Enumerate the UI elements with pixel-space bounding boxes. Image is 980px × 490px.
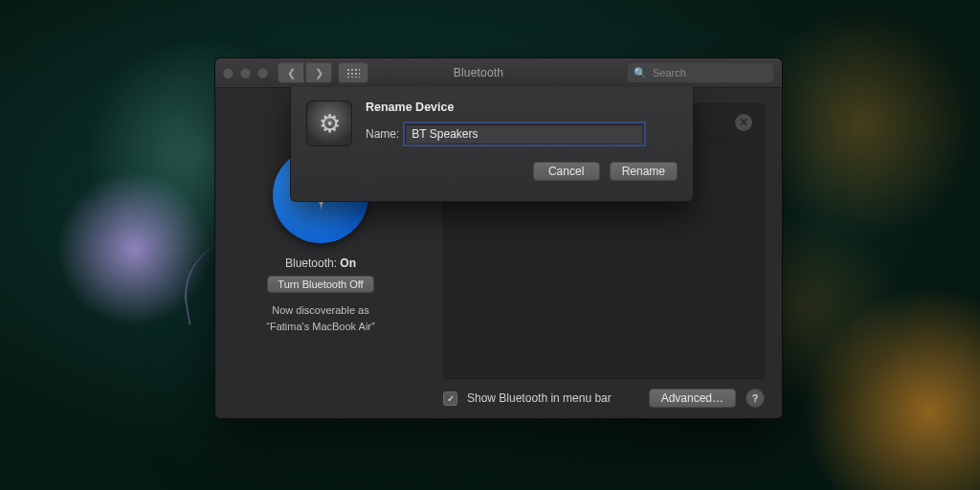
minimize-window-button[interactable]	[240, 68, 251, 78]
nav-buttons: ❮ ❯	[278, 62, 332, 83]
rename-button[interactable]: Rename	[610, 162, 678, 181]
sheet-title: Rename Device	[366, 100, 678, 114]
name-field-label: Name:	[366, 127, 399, 141]
rename-device-sheet: ⚙ Rename Device Name: Cancel Rename	[290, 87, 694, 202]
toggle-bluetooth-button[interactable]: Turn Bluetooth Off	[267, 276, 373, 293]
panel-footer: ✓ Show Bluetooth in menu bar Advanced… ?	[443, 389, 765, 408]
search-input[interactable]	[651, 66, 787, 79]
help-button[interactable]: ?	[746, 389, 765, 408]
discoverable-line2: “Fatima's MacBook Air”	[266, 319, 374, 335]
chevron-left-icon: ❮	[287, 67, 296, 79]
forward-button[interactable]: ❯	[305, 62, 332, 83]
search-field-wrap[interactable]: 🔍	[627, 62, 774, 83]
menubar-checkbox-label: Show Bluetooth in menu bar	[467, 391, 612, 405]
close-icon: ✕	[739, 117, 748, 128]
bluetooth-prefs-window: ❮ ❯ Bluetooth 🔍 ✦ Bluetooth:	[214, 57, 783, 419]
discoverable-line1: Now discoverable as	[266, 302, 374, 319]
bluetooth-status-label: Bluetooth:	[285, 256, 337, 270]
system-prefs-icon: ⚙	[306, 100, 352, 146]
desktop-background: ❮ ❯ Bluetooth 🔍 ✦ Bluetooth:	[0, 0, 980, 490]
back-button[interactable]: ❮	[278, 62, 304, 83]
close-window-button[interactable]	[223, 68, 234, 78]
device-name-input[interactable]	[405, 123, 644, 145]
search-icon: 🔍	[634, 67, 647, 79]
zoom-window-button[interactable]	[257, 68, 268, 78]
window-titlebar: ❮ ❯ Bluetooth 🔍	[215, 58, 782, 88]
bluetooth-status-line: Bluetooth: On	[285, 256, 356, 270]
chevron-right-icon: ❯	[315, 67, 323, 79]
window-controls	[223, 68, 268, 78]
remove-device-button[interactable]: ✕	[735, 114, 752, 131]
help-icon: ?	[752, 392, 759, 404]
bluetooth-status-value: On	[340, 256, 356, 270]
advanced-button[interactable]: Advanced…	[649, 389, 736, 408]
window-title: Bluetooth	[330, 66, 627, 79]
discoverable-text: Now discoverable as “Fatima's MacBook Ai…	[266, 302, 374, 334]
cancel-button[interactable]: Cancel	[533, 162, 600, 181]
menubar-checkbox[interactable]: ✓	[443, 391, 457, 406]
